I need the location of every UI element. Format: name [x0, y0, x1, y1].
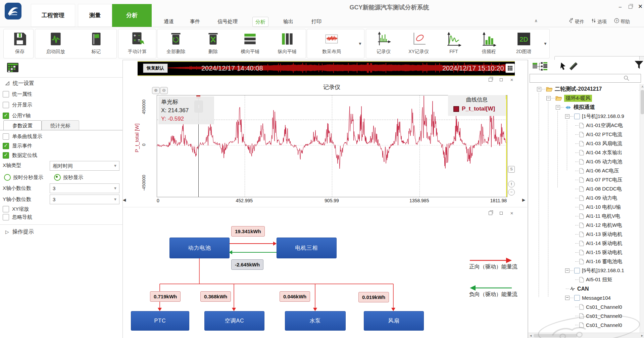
- tree-expander-icon[interactable]: [546, 96, 551, 100]
- scroll-left-arrow[interactable]: ◄: [529, 334, 532, 337]
- tree-item-19[interactable]: AI1-16 蓄电池电: [575, 257, 622, 266]
- tree-item-9[interactable]: AI1-06 AC电压: [575, 166, 619, 175]
- node-ac[interactable]: 空调AC: [204, 311, 264, 331]
- menu-item-2[interactable]: ?帮助: [614, 17, 630, 26]
- ruler-icon[interactable]: [568, 61, 579, 73]
- checkbox-show-events[interactable]: 显示事件: [0, 141, 122, 151]
- main-tab-0[interactable]: 工程管理: [31, 4, 75, 27]
- node-pump[interactable]: 水泵: [285, 311, 346, 331]
- toolbar-button-xy-recorder[interactable]: XY记录仪: [401, 29, 436, 58]
- node-battery[interactable]: 动力电池: [169, 238, 230, 258]
- zoom-out-button[interactable]: ⊖: [160, 87, 168, 94]
- checkbox-ignore-navigation[interactable]: 忽略导航: [0, 213, 122, 221]
- checkbox-data-locate-line[interactable]: 数据定位线: [0, 151, 122, 160]
- tree-checkbox[interactable]: [574, 114, 580, 119]
- toolbar-button-fft[interactable]: FFT: [436, 29, 471, 58]
- radio-hms-display[interactable]: [4, 174, 11, 181]
- restore-default-button[interactable]: 恢复默认: [143, 64, 168, 73]
- tree-expander-icon[interactable]: [565, 114, 569, 119]
- right-cursor-line[interactable]: [506, 95, 507, 197]
- checkbox-split-display[interactable]: 分开显示: [0, 100, 122, 110]
- tree-item-4[interactable]: AI1-01空调AC电: [575, 121, 623, 130]
- tree-item-23[interactable]: Message104: [565, 293, 611, 302]
- tree-item-1[interactable]: 循环4-暖风: [546, 94, 592, 103]
- x-axis-type-select[interactable]: 相对时间 ▼: [50, 161, 119, 171]
- tree-item-0[interactable]: 二轮测试-20241217: [537, 85, 602, 94]
- tree-item-16[interactable]: AI1-13 驱动电机: [575, 230, 622, 239]
- tree-item-24[interactable]: Cs01_Channel0: [575, 302, 622, 311]
- tree-item-13[interactable]: AI1-10 电机U输: [575, 203, 621, 212]
- tree-item-2[interactable]: 模拟通道: [556, 103, 595, 112]
- scrollbar-thumb[interactable]: [641, 90, 644, 114]
- tree-item-20[interactable]: [5号机]192.168.0.1: [565, 266, 624, 275]
- x-decimals-select[interactable]: 3 ▼: [50, 183, 119, 193]
- toolbar-button-delete[interactable]: 删除: [195, 29, 232, 58]
- tree-item-3[interactable]: [1号机]192.168.0.9: [565, 112, 624, 121]
- ribbon-tab-3[interactable]: 分析: [252, 17, 268, 27]
- tree-checkbox[interactable]: [574, 295, 580, 301]
- ribbon-collapse-button[interactable]: ∧: [534, 18, 538, 23]
- tree-item-25[interactable]: Cs01_Channel0: [575, 311, 622, 321]
- tree-vertical-scrollbar[interactable]: ∧: [640, 84, 644, 333]
- scroll-right-arrow[interactable]: ▶: [522, 198, 525, 202]
- tree-item-17[interactable]: AI1-14 驱动电机: [575, 239, 622, 248]
- chevron-down-icon[interactable]: ▼: [356, 41, 364, 46]
- toolbar-button-daq-layout[interactable]: 数采布局: [307, 29, 356, 58]
- tree-item-5[interactable]: AI1-02 PTC电流: [575, 130, 622, 139]
- tree-item-12[interactable]: AI1-09 动力电: [575, 194, 617, 203]
- toolbar-button-delete-all[interactable]: 全部删除: [157, 29, 195, 58]
- chart-close-button[interactable]: ✕: [509, 77, 515, 83]
- node-fan[interactable]: 风扇: [364, 311, 424, 331]
- toolbar-button-recorder[interactable]: 记录仪: [366, 29, 401, 58]
- toolbar-button-manual-calc[interactable]: +−×=手动计算: [118, 29, 156, 58]
- tree-item-7[interactable]: AI1-04 水泵输出: [575, 148, 622, 157]
- scroll-right-arrow[interactable]: ►: [641, 334, 644, 337]
- menu-item-1[interactable]: 选项: [591, 17, 607, 26]
- tree-item-11[interactable]: AI1-08 DCDC电: [575, 184, 622, 194]
- tree-item-22[interactable]: CAN: [565, 284, 589, 293]
- toolbar-button-replay[interactable]: 启动回放: [35, 29, 76, 58]
- main-tab-2[interactable]: 分析: [112, 4, 152, 27]
- chart-restore-button[interactable]: [487, 77, 493, 83]
- tree-item-26[interactable]: Cs01_Channel0: [575, 321, 622, 330]
- main-tab-1[interactable]: 测量: [78, 4, 112, 27]
- close-button[interactable]: ✕: [636, 3, 644, 11]
- cursor-arrow-icon[interactable]: [560, 62, 566, 73]
- grid-settings-icon[interactable]: [7, 62, 19, 74]
- radio-seconds-display[interactable]: [54, 174, 61, 181]
- ribbon-tab-5[interactable]: 打印: [309, 17, 324, 26]
- tree-expander-icon[interactable]: [537, 87, 541, 91]
- ribbon-tab-4[interactable]: 输出: [281, 17, 296, 26]
- section-unified-settings[interactable]: 统一设置: [0, 78, 122, 89]
- ribbon-tab-0[interactable]: 通道: [161, 17, 177, 26]
- checkbox-unified-attributes[interactable]: 统一属性: [0, 89, 122, 99]
- tab-parameter-settings[interactable]: 参数设置: [3, 120, 42, 130]
- tree-item-14[interactable]: AI1-11 电机V电: [575, 212, 620, 221]
- toolbar-button-save[interactable]: 保存: [4, 29, 36, 58]
- restore-button[interactable]: [626, 3, 634, 11]
- tree-item-15[interactable]: AI1-12 电机W电: [575, 221, 622, 230]
- tree-item-10[interactable]: AI1-07 PTC电压: [575, 175, 622, 184]
- scale-tool-icon[interactable]: S: [508, 166, 515, 173]
- checkbox-shared-y-axis[interactable]: 公用Y轴: [0, 111, 122, 120]
- overview-navigator[interactable]: 恢复默认 2024/12/17 14:40:08 2024/12/17 15:1…: [138, 61, 515, 76]
- tree-item-6[interactable]: AI1-03 风扇电流: [575, 139, 622, 148]
- tab-statistics-cursor[interactable]: 统计光标: [42, 120, 79, 130]
- time-tool-icon[interactable]: t: [508, 181, 515, 187]
- tree-view-icon[interactable]: [532, 61, 548, 74]
- menu-item-0[interactable]: 硬件: [568, 17, 584, 26]
- scrollbar-thumb[interactable]: [534, 334, 577, 337]
- tree-expander-icon[interactable]: [556, 105, 560, 110]
- y-decimals-select[interactable]: 3 ▼: [50, 195, 119, 204]
- tree-checkbox[interactable]: [574, 268, 580, 273]
- node-motor[interactable]: 电机三相: [277, 238, 337, 258]
- tree-expander-icon[interactable]: [565, 296, 569, 300]
- node-ptc[interactable]: PTC: [131, 311, 189, 331]
- zoom-in-button[interactable]: ⊕: [152, 87, 160, 94]
- operation-tips-expander[interactable]: ▷ 操作提示: [0, 227, 122, 237]
- tree-item-18[interactable]: AI1-15 驱动电机: [575, 248, 622, 257]
- minimize-button[interactable]: –: [616, 3, 624, 11]
- toolbar-button-tile-v[interactable]: 纵向平铺: [269, 29, 306, 58]
- chart-minimize-button[interactable]: [498, 77, 504, 83]
- tree-item-8[interactable]: AI1-05 动力电池: [575, 157, 622, 166]
